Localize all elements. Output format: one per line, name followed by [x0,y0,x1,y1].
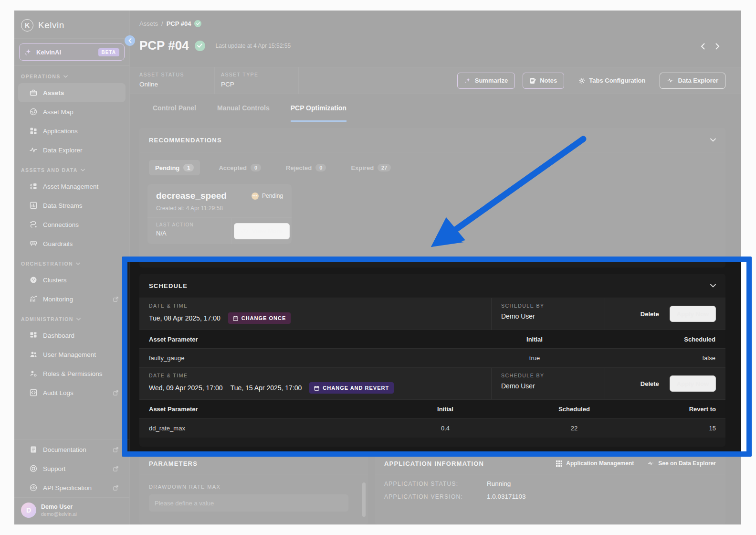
sidebar-item-applications[interactable]: Applications [18,121,126,140]
users-icon [30,351,37,358]
chevron-down-icon [81,169,85,171]
sidebar-item-api-specification[interactable]: API Specification [18,478,126,497]
chevron-left-icon [128,38,132,43]
schedule-panel: SCHEDULE DATE & TIME Tue, 08 Apr 2025, 1… [139,274,725,447]
count-badge: 27 [378,164,391,171]
parameters-panel: PARAMETERS DRAWDOWN RATE MAX [139,453,368,524]
recommendation-card: decrease_speed ••• Pending Created at: 4… [147,184,292,244]
divider [214,67,215,94]
sidebar-item-data-explorer[interactable]: Data Explorer [18,140,126,160]
breadcrumb-assets[interactable]: Assets [139,20,158,27]
filter-expired[interactable]: Expired 27 [345,160,397,175]
notes-button[interactable]: Notes [523,73,564,89]
schedule-table-header: Asset Parameter Initial Scheduled Revert… [139,399,725,418]
schedule-by-value: Demo User [501,382,535,390]
change-and-revert-badge: CHANGE AND REVERT [309,382,394,394]
collapse-schedule-chevron[interactable] [710,284,716,288]
application-information-panel: APPLICATION INFORMATION Application Mana… [375,453,725,524]
apply-now-button[interactable]: Apply Now [670,375,716,392]
notes-icon [530,77,536,84]
app-logo[interactable]: K Kelvin [14,11,129,38]
tabs-configuration-button[interactable]: Tabs Configuration [572,73,652,89]
filter-accepted[interactable]: Accepted 0 [212,160,267,175]
sidebar-item-monitoring[interactable]: Monitoring [18,289,126,309]
panel-scrollbar[interactable] [362,482,366,517]
sidebar-section-assets-and-data[interactable]: ASSETS AND DATA [14,160,129,177]
sidebar-section-orchestration[interactable]: ORCHESTRATION [14,253,129,270]
kelvin-logo-icon: K [21,19,33,32]
divider [14,38,129,39]
apply-now-button[interactable]: Apply Now [670,306,716,322]
status-badge: ••• Pending [252,193,283,200]
tab-manual-controls[interactable]: Manual Controls [217,104,270,122]
breadcrumb[interactable]: Assets / PCP #04 [139,20,201,27]
sidebar-collapse-button[interactable] [125,35,135,46]
sidebar-item-clusters[interactable]: Clusters [18,270,126,289]
sidebar-section-operations[interactable]: OPERATIONS [14,66,129,83]
summarize-button[interactable]: Summarize [457,73,515,89]
scheduled-value: 22 [528,425,620,432]
sidebar-item-connections[interactable]: Connections [18,215,126,234]
application-management-link[interactable]: Application Management [556,460,634,467]
eye-icon [241,229,248,234]
external-link-icon [113,296,119,302]
application-version-value: 1.0.03171103 [487,493,526,500]
kelvin-logo-text: Kelvin [38,20,64,31]
sidebar-item-assets[interactable]: Assets [18,83,126,102]
external-link-icon [113,447,119,453]
chevron-down-icon [76,262,80,265]
guardrail-icon [30,240,37,247]
initial-value: true [463,354,606,362]
change-once-badge: CHANGE ONCE [228,312,291,324]
sidebar-footer: Documentation Support API Specification … [14,439,129,524]
avatar: D [21,503,36,518]
data-explorer-button[interactable]: Data Explorer [660,73,725,89]
sidebar-item-data-streams[interactable]: Data Streams [18,196,126,215]
user-menu[interactable]: D Demo User demo@kelvin.ai [14,498,129,524]
filter-pending[interactable]: Pending 1 [149,160,200,175]
sidebar-item-dashboard[interactable]: Dashboard [18,326,126,345]
role-gear-icon [30,370,37,377]
asset-status-cell: ASSET STATUS Online [139,72,184,88]
view-more-button[interactable]: View More [234,223,290,239]
chevron-down-icon [76,318,81,321]
schedule-by-value: Demo User [501,312,535,320]
sidebar-item-asset-map[interactable]: Asset Map [18,102,126,121]
online-check-icon [195,41,205,51]
kelvin-app-window: K Kelvin KelvinAI BETA OPERATIONS Assets… [14,11,741,524]
sidebar-item-guardrails[interactable]: Guardrails [18,234,126,253]
drawdown-rate-max-input[interactable] [149,494,348,512]
application-information-title: APPLICATION INFORMATION [384,460,484,467]
briefcase-icon [30,89,37,96]
recommendations-title: RECOMMENDATIONS [149,137,222,144]
parameter-name: faulty_gauge [139,354,463,362]
sidebar-item-support[interactable]: Support [18,459,126,478]
see-on-data-explorer-link[interactable]: See on Data Explorer [647,460,716,467]
sidebar-item-documentation[interactable]: Documentation [18,440,126,459]
sidebar-item-kelvinai[interactable]: KelvinAI BETA [19,43,125,61]
prev-asset-button[interactable] [701,43,705,50]
asset-status-value: Online [139,81,184,88]
delete-button[interactable]: Delete [640,380,659,387]
sidebar-item-asset-management[interactable]: Asset Management [18,177,126,196]
schedule-title: SCHEDULE [149,282,188,289]
chevron-down-icon [710,138,716,142]
parameters-title: PARAMETERS [149,460,198,467]
sidebar: K Kelvin KelvinAI BETA OPERATIONS Assets… [14,11,130,524]
collapse-recommendations-chevron[interactable] [710,138,716,142]
tab-pcp-optimization[interactable]: PCP Optimization [291,104,346,122]
sidebar-item-user-management[interactable]: User Management [18,345,126,364]
sidebar-section-administration[interactable]: ADMINISTRATION [14,309,129,326]
calendar-icon [233,316,238,321]
date-time-cell: DATE & TIME Wed, 09 Apr 2025, 17:00 Tue,… [139,368,491,399]
schedule-table-header: Asset Parameter Initial Scheduled [139,330,725,349]
sidebar-item-audit-logs[interactable]: Audit Logs [18,383,126,402]
tab-control-panel[interactable]: Control Panel [153,104,196,122]
tab-bar: Control Panel Manual Controls PCP Optimi… [130,104,741,122]
divider [139,474,368,474]
delete-button[interactable]: Delete [640,310,659,318]
next-asset-button[interactable] [715,43,720,50]
sidebar-item-roles-permissions[interactable]: Roles & Permissions [18,364,126,383]
filter-rejected[interactable]: Rejected 0 [280,160,332,175]
scheduled-date: Tue, 08 Apr 2025, 17:00 [149,314,220,322]
